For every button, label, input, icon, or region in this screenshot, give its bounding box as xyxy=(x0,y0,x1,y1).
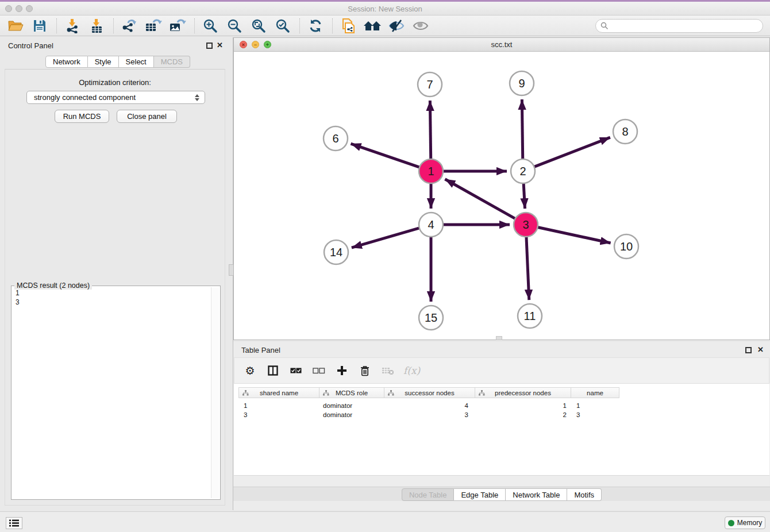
copy-view-icon[interactable] xyxy=(338,17,358,34)
float-panel-icon[interactable] xyxy=(206,43,213,49)
network-canvas[interactable]: 7968124314101511 xyxy=(234,52,769,340)
open-file-icon[interactable] xyxy=(6,17,25,34)
tab-mcds[interactable]: MCDS xyxy=(154,56,190,68)
node-2[interactable]: 2 xyxy=(511,159,535,183)
first-neighbors-icon[interactable] xyxy=(363,17,382,34)
search-input[interactable] xyxy=(609,22,763,30)
node-3[interactable]: 3 xyxy=(514,213,538,237)
edge-2-8[interactable] xyxy=(534,137,610,167)
zoom-fit-icon[interactable] xyxy=(249,17,268,34)
table-panel: Table Panel ✕ ⚙ f(x) xyxy=(233,342,770,510)
tab-node-table[interactable]: Node Table xyxy=(402,488,455,501)
node-label: 1 xyxy=(428,165,434,178)
import-table-icon[interactable] xyxy=(87,17,106,34)
column-header-name[interactable]: name xyxy=(571,387,619,398)
export-image-icon[interactable] xyxy=(168,17,187,34)
run-mcds-button[interactable]: Run MCDS xyxy=(55,110,109,123)
import-network-icon[interactable] xyxy=(63,17,82,34)
zoom-selected-icon[interactable] xyxy=(273,17,292,34)
column-header-predecessor-nodes[interactable]: predecessor nodes xyxy=(475,387,571,398)
table-hscroll-area[interactable] xyxy=(234,475,769,485)
hide-selected-icon[interactable] xyxy=(387,17,406,34)
column-header-successor-nodes[interactable]: successor nodes xyxy=(384,387,475,398)
node-6[interactable]: 6 xyxy=(324,126,348,151)
tab-style[interactable]: Style xyxy=(88,56,119,68)
main-toolbar xyxy=(0,16,770,36)
edge-2-3[interactable] xyxy=(523,183,525,209)
column-label: predecessor nodes xyxy=(495,390,551,396)
node-label: 4 xyxy=(428,218,434,231)
edge-1-6[interactable] xyxy=(351,144,419,167)
function-builder-icon[interactable]: f(x) xyxy=(403,362,420,379)
refresh-icon[interactable] xyxy=(306,17,325,34)
column-header-mcds-role[interactable]: MCDS role xyxy=(319,387,384,398)
gear-icon[interactable]: ⚙ xyxy=(242,362,257,379)
select-all-rows-icon[interactable] xyxy=(288,362,303,379)
cell-name: 1 xyxy=(571,401,619,410)
task-history-button[interactable] xyxy=(6,517,22,529)
edge-4-14[interactable] xyxy=(352,228,419,248)
show-all-icon[interactable] xyxy=(411,17,430,34)
cell-successor-nodes: 3 xyxy=(384,410,475,419)
column-type-icon xyxy=(479,390,485,396)
cell-shared-name: 1 xyxy=(238,401,319,410)
main-titlebar[interactable]: Session: New Session xyxy=(0,2,770,16)
column-type-icon xyxy=(388,390,394,396)
tab-edge-table[interactable]: Edge Table xyxy=(454,488,506,501)
export-table-icon[interactable] xyxy=(144,17,163,34)
close-panel-icon[interactable]: ✕ xyxy=(217,41,223,49)
node-9[interactable]: 9 xyxy=(510,71,534,95)
node-1[interactable]: 1 xyxy=(419,159,443,183)
add-column-icon[interactable] xyxy=(334,362,349,379)
result-value: 3 xyxy=(16,298,210,307)
delete-column-icon[interactable] xyxy=(357,362,372,379)
deselect-all-rows-icon[interactable] xyxy=(311,362,326,379)
delete-table-icon[interactable] xyxy=(380,362,395,379)
tab-network[interactable]: Network xyxy=(45,56,88,68)
edge-3-1[interactable] xyxy=(445,179,515,219)
edge-1-7[interactable] xyxy=(430,101,430,159)
canvas-resize-grip[interactable] xyxy=(496,336,502,340)
column-header-shared-name[interactable]: shared name xyxy=(238,387,319,398)
table-panel-title: Table Panel xyxy=(241,346,280,354)
node-4[interactable]: 4 xyxy=(419,213,443,237)
column-type-icon xyxy=(323,390,329,396)
node-8[interactable]: 8 xyxy=(613,119,637,144)
zoom-out-icon[interactable] xyxy=(225,17,244,34)
edge-2-9[interactable] xyxy=(522,99,522,159)
mcds-result-text[interactable]: 1 3 xyxy=(13,288,210,498)
criterion-dropdown[interactable]: strongly connected component xyxy=(26,91,205,104)
tab-network-table[interactable]: Network Table xyxy=(506,488,567,501)
tab-motifs[interactable]: Motifs xyxy=(567,488,602,501)
columns-icon[interactable] xyxy=(265,362,280,379)
toolbar-separator xyxy=(56,18,57,33)
node-7[interactable]: 7 xyxy=(418,72,442,97)
node-11[interactable]: 11 xyxy=(518,304,542,328)
node-15[interactable]: 15 xyxy=(419,306,443,330)
node-14[interactable]: 14 xyxy=(324,240,348,264)
search-box[interactable] xyxy=(595,19,763,33)
cell-predecessor-nodes: 1 xyxy=(475,401,571,410)
node-label: 3 xyxy=(522,218,529,231)
criterion-value: strongly connected component xyxy=(34,93,192,102)
tab-select[interactable]: Select xyxy=(119,56,154,68)
zoom-in-icon[interactable] xyxy=(201,17,220,34)
node-label: 8 xyxy=(622,125,628,138)
export-network-icon[interactable] xyxy=(120,17,139,34)
network-graph[interactable]: 7968124314101511 xyxy=(234,52,769,340)
float-table-panel-icon[interactable] xyxy=(745,347,752,353)
table-row[interactable]: 1 dominator 4 1 1 xyxy=(238,401,619,410)
column-type-icon xyxy=(242,390,249,396)
memory-button[interactable]: Memory xyxy=(725,516,765,529)
network-window-titlebar[interactable]: × − + scc.txt xyxy=(234,38,769,52)
edge-3-10[interactable] xyxy=(538,227,611,243)
edge-3-11[interactable] xyxy=(526,237,529,300)
result-scrollbar[interactable] xyxy=(211,287,219,498)
save-session-icon[interactable] xyxy=(30,17,49,34)
node-10[interactable]: 10 xyxy=(614,234,638,259)
table-panel-header: Table Panel ✕ xyxy=(233,342,770,358)
close-table-panel-icon[interactable]: ✕ xyxy=(757,345,764,354)
node-table: shared name MCDS role successor nodes pr… xyxy=(234,384,769,485)
table-row[interactable]: 3 dominator 3 2 3 xyxy=(238,410,619,419)
close-panel-button[interactable]: Close panel xyxy=(117,110,177,123)
